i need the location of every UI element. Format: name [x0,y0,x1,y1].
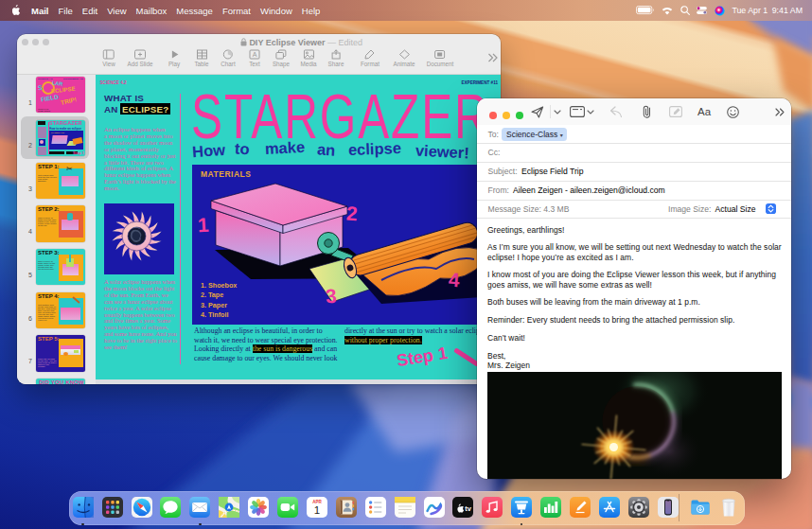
svg-text:tv: tv [466,504,472,513]
svg-text:APR: APR [312,499,322,503]
svg-text:1: 1 [314,504,320,516]
svg-text:A: A [253,51,257,58]
